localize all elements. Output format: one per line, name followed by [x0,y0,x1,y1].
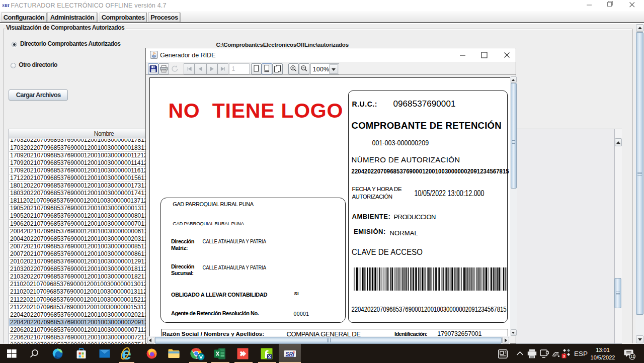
svg-text:SRI: SRI [2,3,10,8]
svg-text:3: 3 [563,354,565,358]
svg-text:11: 11 [630,354,635,359]
